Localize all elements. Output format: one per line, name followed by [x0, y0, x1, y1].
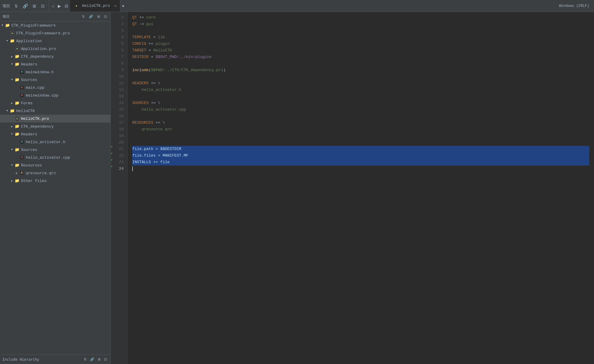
- collapse-arrow[interactable]: ▼: [0, 23, 5, 28]
- tree-item-helloctk[interactable]: ▼ 📁 HelloCTK: [0, 107, 110, 115]
- code-token: += \: [149, 80, 160, 87]
- forward-button[interactable]: ▶: [56, 2, 63, 10]
- bottom-link-btn[interactable]: 🔗: [89, 357, 95, 361]
- gutter-line-17: [111, 117, 113, 124]
- tree-item-other-files[interactable]: ▶ 📁 Other files: [0, 177, 110, 185]
- tree-item-resources[interactable]: ▼ 📁 Resources: [0, 161, 110, 169]
- tree-item-main-cpp[interactable]: S main.cpp: [0, 84, 110, 91]
- change-indicator: [111, 166, 112, 167]
- file-type-icon: 📁: [14, 178, 20, 183]
- project-label: 项目: [2, 3, 10, 9]
- dropdown-button[interactable]: ▾: [120, 2, 126, 10]
- tree-item-qresource-qrc[interactable]: ▶ R qresource.qrc: [0, 169, 110, 177]
- code-token: DESTDIR: [132, 54, 149, 60]
- sidebar-cog-btn[interactable]: ⊡: [103, 15, 108, 19]
- line-number-16: 16: [113, 113, 127, 120]
- code-line-7: DESTDIR = $$OUT_PWD/../bin/plugins: [132, 54, 589, 60]
- recent-files-button[interactable]: ⊟: [63, 2, 70, 10]
- line-number-13: 13: [113, 93, 127, 100]
- line-number-17: 17: [113, 120, 127, 126]
- sidebar-tree: ▼ 📁 CTK_PluginFramework ● CTK_PluginFram…: [0, 22, 110, 354]
- link-button[interactable]: 🔗: [21, 2, 30, 10]
- gutter-line-18: [111, 124, 113, 130]
- collapse-arrow[interactable]: ▼: [10, 147, 14, 152]
- code-token: += \: [149, 100, 160, 106]
- sidebar-link-btn[interactable]: 🔗: [88, 15, 94, 19]
- file-type-icon: S: [19, 155, 25, 160]
- code-token: RESOURCES: [132, 120, 153, 126]
- active-tab[interactable]: ● HelloCTK.pro ✕: [70, 0, 120, 12]
- tree-item-sources2[interactable]: ▼ 📁 Sources: [0, 146, 110, 154]
- bottom-cog-btn[interactable]: ⊡: [103, 357, 108, 361]
- line-number-8: 8: [113, 60, 127, 67]
- tree-item-ctk-dep1[interactable]: ▶ 📁 CTK_dependency: [0, 53, 110, 60]
- file-type-icon: ●: [14, 116, 20, 121]
- collapse-arrow[interactable]: ▼: [10, 77, 14, 82]
- line-number-2: 2: [113, 21, 127, 27]
- expand-arrow[interactable]: ▶: [14, 171, 19, 175]
- code-token: plugin: [156, 41, 170, 47]
- expand-arrow[interactable]: ▶: [10, 178, 14, 183]
- code-line-16: [132, 113, 589, 120]
- gutter-line-2: [111, 19, 113, 25]
- code-token: QT: [132, 14, 137, 21]
- tab-file-icon: ●: [74, 3, 79, 9]
- line-number-19: 19: [113, 133, 127, 139]
- collapse-arrow[interactable]: ▼: [10, 132, 14, 137]
- code-line-9: include($$PWD/../CTK/CTK_dependency.pri): [132, 67, 589, 74]
- tree-item-root[interactable]: ▼ 📁 CTK_PluginFramework: [0, 22, 110, 29]
- back-button[interactable]: ◀: [49, 2, 56, 10]
- bottom-expand-btn[interactable]: ⊞: [97, 357, 102, 361]
- tree-item-application[interactable]: ▼ 📁 Application: [0, 37, 110, 45]
- line-number-1: 1: [113, 14, 127, 21]
- sidebar-sort-btn[interactable]: ⇅: [81, 15, 86, 19]
- tab-close-button[interactable]: ✕: [114, 4, 117, 8]
- tree-item-mainwindow-h[interactable]: H mainwindow.h: [0, 68, 110, 76]
- tree-item-ctk-dep2[interactable]: ▶ 📁 CTK_dependency: [0, 123, 110, 130]
- code-line-14: SOURCES += \: [132, 100, 589, 106]
- code-token: HEADERS: [132, 80, 149, 87]
- sidebar-header: 项目 ⇅ 🔗 ⊞ ⊡: [0, 12, 110, 22]
- tree-item-label: Headers: [21, 132, 37, 137]
- collapse-arrow[interactable]: ▼: [10, 163, 14, 168]
- tree-item-hello-activator-h[interactable]: H hello_activator.h: [0, 138, 110, 146]
- expand-arrow[interactable]: ▶: [10, 124, 14, 129]
- bottom-sort-btn[interactable]: ⇅: [83, 357, 88, 361]
- tree-item-helloctk-pro[interactable]: ● HelloCTK.pro: [0, 115, 110, 123]
- line-number-10: 10: [113, 74, 127, 80]
- file-type-icon: 📁: [10, 108, 15, 114]
- code-line-13: [132, 93, 589, 100]
- gutter-line-16: [111, 111, 113, 117]
- code-line-15: hello_activator.cpp: [132, 106, 589, 113]
- settings-button[interactable]: ⊡: [39, 2, 46, 10]
- collapse-arrow[interactable]: ▼: [5, 108, 10, 113]
- code-token: SOURCES: [132, 100, 149, 106]
- sidebar-expand-btn[interactable]: ⊞: [96, 15, 101, 19]
- tree-item-app-pro[interactable]: ● Application.pro: [0, 45, 110, 53]
- tree-item-mainwindow-cpp[interactable]: S mainwindow.cpp: [0, 91, 110, 99]
- tree-item-headers1[interactable]: ▼ 📁 Headers: [0, 60, 110, 68]
- expand-arrow[interactable]: ▶: [10, 101, 14, 105]
- code-token: CONFIG: [132, 41, 146, 47]
- tree-item-label: hello_activator.cpp: [26, 155, 70, 160]
- tree-item-forms1[interactable]: ▶ 📁 Forms: [0, 99, 110, 107]
- sort-button[interactable]: ⇅: [13, 2, 20, 10]
- code-token: HelloCTK: [153, 47, 172, 54]
- tree-item-headers2[interactable]: ▼ 📁 Headers: [0, 130, 110, 138]
- code-token: (: [149, 67, 151, 74]
- tree-item-hello-activator-cpp[interactable]: S hello_activator.cpp: [0, 154, 110, 161]
- file-type-icon: 📁: [10, 38, 15, 44]
- collapse-arrow[interactable]: ▼: [10, 62, 14, 67]
- tree-item-sources1[interactable]: ▼ 📁 Sources: [0, 76, 110, 84]
- code-token: file.files = MANIFEST.MF: [132, 152, 188, 159]
- tree-item-ctk-pro[interactable]: ● CTK_PluginFramework.pro: [0, 29, 110, 37]
- file-type-icon: H: [19, 139, 25, 145]
- code-token: $$PWD/../CTK/CTK_dependency.pri: [151, 67, 223, 74]
- code-area[interactable]: QT += coreQT -= guiTEMPLATE = libCONFIG …: [127, 12, 594, 364]
- main-area: 项目 ⇅ 🔗 ⊞ ⊡ ▼ 📁 CTK_PluginFramework ● CTK…: [0, 12, 594, 364]
- tree-item-label: HelloCTK: [16, 109, 35, 113]
- file-type-icon: 📁: [14, 62, 20, 67]
- collapse-arrow[interactable]: ▼: [5, 39, 10, 43]
- expand-button[interactable]: ⊞: [31, 2, 38, 10]
- expand-arrow[interactable]: ▶: [10, 54, 14, 59]
